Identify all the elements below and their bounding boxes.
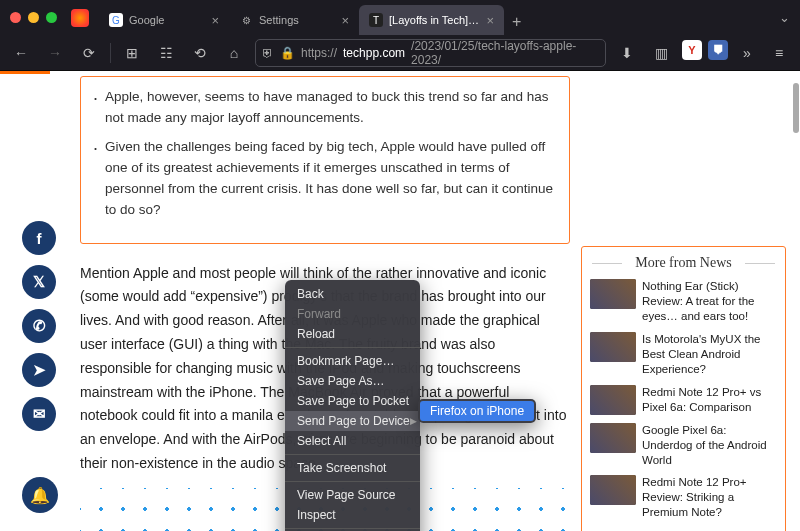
tab-label: Google (129, 14, 205, 26)
new-tab-button[interactable]: + (504, 9, 529, 35)
menu-screenshot[interactable]: Take Screenshot (285, 458, 420, 478)
tab-label: [Layoffs in Tech] Apple Close to (389, 14, 480, 26)
maximize-window-button[interactable] (46, 12, 57, 23)
vertical-scrollbar[interactable] (793, 83, 799, 133)
news-headline: Is Motorola's MyUX the Best Clean Androi… (642, 332, 777, 377)
window-titlebar: G Google × ⚙ Settings × T [Layoffs in Te… (0, 0, 800, 35)
accent-bar (0, 71, 50, 74)
context-menu: Back Forward Reload Bookmark Page… Save … (285, 280, 420, 531)
nav-toolbar: ← → ⟳ ⊞ ☷ ⟲ ⌂ ⛨ 🔒 https://techpp.com/202… (0, 35, 800, 71)
submenu-firefox-iphone[interactable]: Firefox on iPhone (420, 401, 534, 421)
minimize-window-button[interactable] (28, 12, 39, 23)
news-item[interactable]: Redmi Note 12 Pro+ Review: Striking a Pr… (590, 475, 777, 520)
social-share-rail: f 𝕏 ✆ ➤ ✉ (22, 221, 56, 431)
submenu-arrow-icon: ▶ (410, 416, 417, 426)
summary-bullet: Given the challenges being faced by big … (105, 137, 555, 221)
menu-send-to-device[interactable]: Send Page to Device ▶ (285, 411, 420, 431)
news-headline: Google Pixel 6a: Underdog of the Android… (642, 423, 777, 468)
news-thumbnail (590, 332, 636, 362)
close-tab-icon[interactable]: × (486, 13, 494, 28)
app-menu-button[interactable]: ≡ (766, 40, 792, 66)
google-favicon: G (109, 13, 123, 27)
facebook-share-button[interactable]: f (22, 221, 56, 255)
extensions-overflow-button[interactable]: » (734, 40, 760, 66)
menu-pocket[interactable]: Save Page to Pocket (285, 391, 420, 411)
url-host: techpp.com (343, 46, 405, 60)
notification-bell-button[interactable]: 🔔 (22, 477, 58, 513)
telegram-share-button[interactable]: ➤ (22, 353, 56, 387)
news-headline: Redmi Note 12 Pro+ Review: Striking a Pr… (642, 475, 777, 520)
news-thumbnail (590, 279, 636, 309)
news-thumbnail (590, 423, 636, 453)
url-path: /2023/01/25/tech-layoffs-apple-2023/ (411, 39, 599, 67)
reader-icon[interactable]: ☷ (153, 40, 179, 66)
menu-separator (285, 347, 420, 348)
close-window-button[interactable] (10, 12, 21, 23)
menu-separator (285, 528, 420, 529)
summary-bullet: Apple, however, seems to have managed to… (105, 87, 555, 129)
reload-button[interactable]: ⟳ (76, 40, 102, 66)
close-tab-icon[interactable]: × (211, 13, 219, 28)
whatsapp-share-button[interactable]: ✆ (22, 309, 56, 343)
forward-button[interactable]: → (42, 40, 68, 66)
gear-icon: ⚙ (239, 13, 253, 27)
library-icon[interactable]: ▥ (648, 40, 674, 66)
lock-icon[interactable]: 🔒 (280, 46, 295, 60)
tab-settings[interactable]: ⚙ Settings × (229, 5, 359, 35)
url-bar[interactable]: ⛨ 🔒 https://techpp.com/2023/01/25/tech-l… (255, 39, 606, 67)
news-item[interactable]: Google Pixel 6a: Underdog of the Android… (590, 423, 777, 468)
twitter-share-button[interactable]: 𝕏 (22, 265, 56, 299)
back-button[interactable]: ← (8, 40, 34, 66)
tab-label: Settings (259, 14, 335, 26)
news-item[interactable]: Nothing Ear (Stick) Review: A treat for … (590, 279, 777, 324)
news-thumbnail (590, 475, 636, 505)
menu-save-as[interactable]: Save Page As… (285, 371, 420, 391)
menu-separator (285, 481, 420, 482)
menu-separator (285, 454, 420, 455)
extension-bitwarden-icon[interactable]: ⛊ (708, 40, 728, 60)
news-item[interactable]: Is Motorola's MyUX the Best Clean Androi… (590, 332, 777, 377)
toolbar-divider (110, 43, 111, 63)
sidebar: More from News Nothing Ear (Stick) Revie… (581, 246, 786, 531)
summary-box: Apple, however, seems to have managed to… (80, 76, 570, 244)
news-thumbnail (590, 385, 636, 415)
site-favicon: T (369, 13, 383, 27)
menu-select-all[interactable]: Select All (285, 431, 420, 451)
send-to-device-submenu: Firefox on iPhone (418, 399, 536, 423)
menu-forward: Forward (285, 304, 420, 324)
tab-strip: G Google × ⚙ Settings × T [Layoffs in Te… (99, 0, 779, 35)
extension-yandex-icon[interactable]: Y (682, 40, 702, 60)
close-tab-icon[interactable]: × (341, 13, 349, 28)
menu-back[interactable]: Back (285, 284, 420, 304)
extensions-area: Y ⛊ » ≡ (682, 40, 792, 66)
firefox-icon (71, 9, 89, 27)
menu-label: Send Page to Device (297, 414, 410, 428)
dashboard-icon[interactable]: ⊞ (119, 40, 145, 66)
menu-reload[interactable]: Reload (285, 324, 420, 344)
menu-view-source[interactable]: View Page Source (285, 485, 420, 505)
home-button[interactable]: ⌂ (221, 40, 247, 66)
tab-google[interactable]: G Google × (99, 5, 229, 35)
email-share-button[interactable]: ✉ (22, 397, 56, 431)
tab-article[interactable]: T [Layoffs in Tech] Apple Close to × (359, 5, 504, 35)
download-icon[interactable]: ⬇ (614, 40, 640, 66)
news-headline: Redmi Note 12 Pro+ vs Pixel 6a: Comparis… (642, 385, 777, 415)
tabs-overflow-button[interactable]: ⌄ (779, 10, 790, 25)
url-protocol: https:// (301, 46, 337, 60)
screenshot-icon[interactable]: ⟲ (187, 40, 213, 66)
shield-icon[interactable]: ⛨ (262, 46, 274, 60)
window-controls (10, 12, 57, 23)
more-news-box: More from News Nothing Ear (Stick) Revie… (581, 246, 786, 531)
menu-bookmark[interactable]: Bookmark Page… (285, 351, 420, 371)
news-headline: Nothing Ear (Stick) Review: A treat for … (642, 279, 777, 324)
news-item[interactable]: Redmi Note 12 Pro+ vs Pixel 6a: Comparis… (590, 385, 777, 415)
menu-inspect[interactable]: Inspect (285, 505, 420, 525)
sidebar-title: More from News (590, 255, 777, 271)
